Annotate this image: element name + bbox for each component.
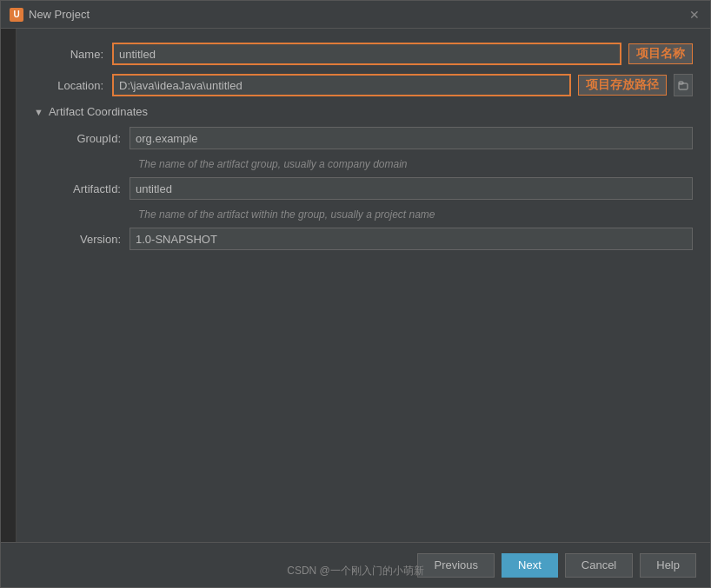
groupid-label: GroupId:	[51, 132, 130, 145]
artifact-section-header[interactable]: ▼ Artifact Coordinates	[34, 105, 693, 118]
app-icon: U	[10, 8, 23, 22]
title-bar: U New Project ✕	[1, 1, 710, 29]
groupid-input[interactable]	[130, 127, 693, 149]
name-input-wrap: 项目名称	[112, 43, 693, 65]
name-label: Name:	[34, 48, 112, 61]
version-input[interactable]	[130, 228, 693, 250]
cancel-button[interactable]: Cancel	[565, 553, 633, 578]
version-label: Version:	[51, 233, 130, 246]
dialog-footer: Previous Next Cancel Help	[1, 542, 710, 587]
artifactid-row: ArtifactId:	[51, 177, 693, 200]
dialog-title: New Project	[29, 8, 90, 21]
artifactid-input[interactable]	[130, 177, 693, 200]
help-button[interactable]: Help	[640, 553, 696, 578]
location-label: Location:	[34, 79, 112, 92]
previous-button[interactable]: Previous	[417, 553, 495, 578]
version-input-wrap	[130, 228, 693, 250]
groupid-row: GroupId:	[51, 127, 693, 149]
artifactid-hint: The name of the artifact within the grou…	[138, 208, 693, 221]
name-input[interactable]	[112, 43, 621, 65]
left-sidebar	[1, 29, 17, 542]
version-row: Version:	[51, 228, 693, 250]
location-row: Location: 项目存放路径	[34, 74, 693, 96]
location-annotation: 项目存放路径	[578, 75, 667, 96]
artifactid-input-wrap	[130, 177, 693, 200]
groupid-hint: The name of the artifact group, usually …	[138, 158, 693, 170]
close-button[interactable]: ✕	[688, 8, 701, 22]
next-button[interactable]: Next	[502, 553, 558, 578]
artifactid-label: ArtifactId:	[51, 182, 130, 195]
name-row: Name: 项目名称	[34, 43, 693, 65]
browse-button[interactable]	[674, 74, 693, 96]
title-bar-left: U New Project	[10, 8, 90, 22]
groupid-input-wrap	[130, 127, 693, 149]
artifact-section: GroupId: The name of the artifact group,…	[34, 127, 693, 250]
arrow-down-icon: ▼	[34, 107, 43, 117]
artifact-section-title: Artifact Coordinates	[49, 105, 148, 118]
location-input-wrap: 项目存放路径	[112, 74, 693, 96]
location-input[interactable]	[112, 74, 571, 96]
new-project-dialog: U New Project ✕ Name: 项目名称 Location: 项目存…	[0, 0, 711, 588]
dialog-body: Name: 项目名称 Location: 项目存放路径	[17, 29, 710, 542]
name-annotation: 项目名称	[628, 43, 693, 64]
